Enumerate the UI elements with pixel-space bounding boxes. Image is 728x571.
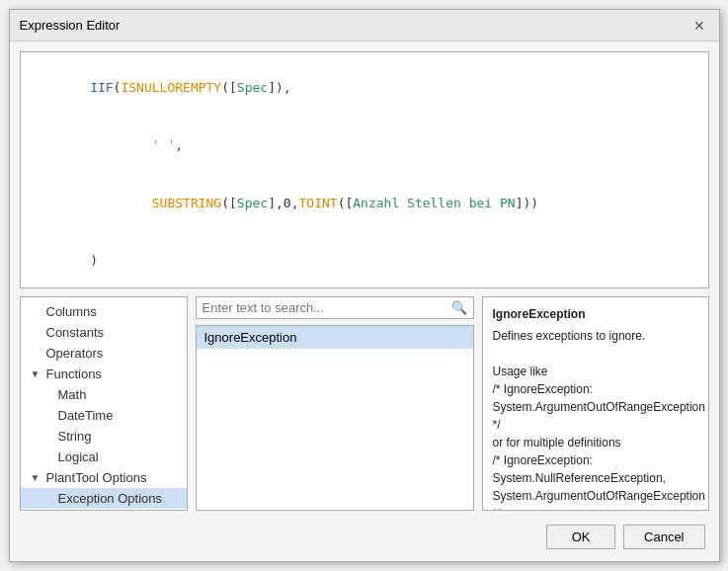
tree-item-columns[interactable]: Columns [21, 301, 187, 322]
tree-panel: Columns Constants Operators ▼ Functions … [20, 296, 188, 511]
dialog-body: IIF(ISNULLOREMPTY([Spec]), ' ', SUBSTRIN… [10, 41, 719, 561]
cancel-button[interactable]: Cancel [623, 525, 704, 549]
description-body: Defines exceptions to ignore. Usage like… [493, 327, 698, 511]
description-title: IgnoreException [493, 305, 698, 323]
chevron-down-icon: ▼ [31, 472, 42, 483]
code-line-3: SUBSTRING([Spec],0,TOINT([Anzahl Stellen… [29, 174, 700, 232]
tree-item-planttool[interactable]: ▼ PlantTool Options [21, 467, 187, 488]
middle-panel: 🔍 IgnoreException [196, 296, 474, 511]
search-icon: 🔍 [451, 300, 467, 315]
dialog-title: Expression Editor [20, 18, 121, 33]
list-item-ignore-exception[interactable]: IgnoreException [197, 326, 473, 349]
ok-button[interactable]: OK [546, 525, 615, 549]
expression-editor-dialog: Expression Editor ✕ IIF(ISNULLOREMPTY([S… [9, 9, 720, 562]
tree-item-logical[interactable]: Logical [21, 447, 187, 467]
code-line-1: IIF(ISNULLOREMPTY([Spec]), [29, 58, 700, 117]
tree-item-exception-options[interactable]: Exception Options [21, 488, 187, 509]
bottom-bar: OK Cancel [20, 519, 709, 551]
tree-item-datetime[interactable]: DateTime [21, 405, 187, 426]
lower-panel: Columns Constants Operators ▼ Functions … [20, 296, 709, 511]
chevron-down-icon: ▼ [31, 368, 42, 379]
title-bar: Expression Editor ✕ [10, 10, 719, 41]
tree-item-constants[interactable]: Constants [21, 322, 187, 343]
list-panel: IgnoreException [196, 325, 474, 511]
code-line-4: ) [29, 232, 700, 289]
tree-item-operators[interactable]: Operators [21, 343, 187, 364]
search-box-wrap: 🔍 [196, 296, 474, 319]
search-input[interactable] [202, 300, 447, 315]
tree-item-functions[interactable]: ▼ Functions [21, 364, 187, 384]
close-button[interactable]: ✕ [689, 16, 709, 36]
tree-item-string[interactable]: String [21, 426, 187, 447]
tree-item-math[interactable]: Math [21, 384, 187, 405]
description-panel: IgnoreException Defines exceptions to ig… [482, 296, 709, 511]
code-editor[interactable]: IIF(ISNULLOREMPTY([Spec]), ' ', SUBSTRIN… [20, 51, 709, 288]
code-line-2: ' ', [29, 117, 700, 175]
